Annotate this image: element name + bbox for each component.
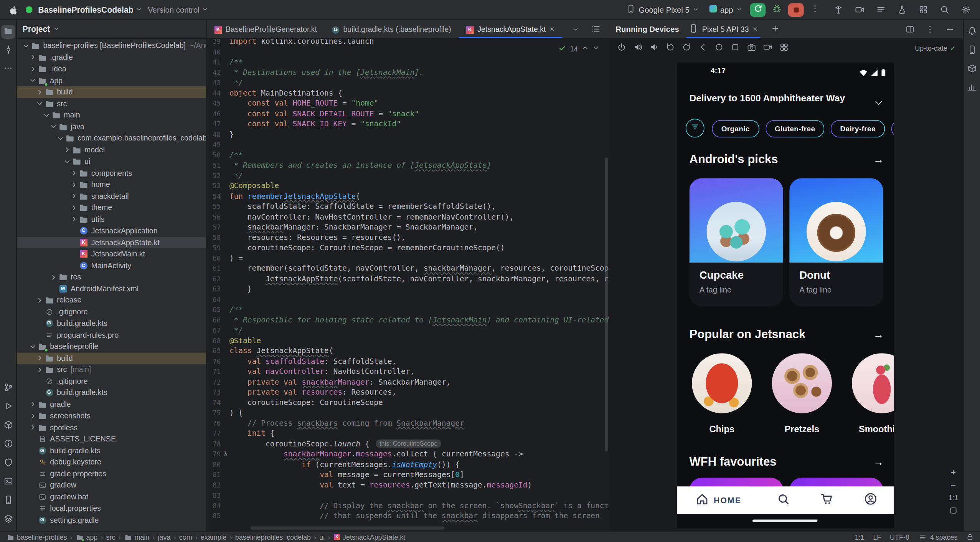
- delivery-address[interactable]: Delivery to 1600 Amphitheater Way: [690, 93, 845, 103]
- tree-item-settings-gradle[interactable]: Gsettings.gradle: [17, 514, 206, 526]
- popular-item-pretzels[interactable]: Pretzels: [772, 353, 832, 434]
- code-area[interactable]: 14 39import kotlinx.coroutines.launch404…: [207, 39, 609, 532]
- tree-item-java[interactable]: java: [17, 121, 206, 132]
- line-number[interactable]: 84: [207, 501, 222, 511]
- layers-tool-button[interactable]: [1, 513, 15, 527]
- info-tool-button[interactable]: [1, 438, 15, 451]
- breadcrumb-item-com[interactable]: com: [179, 533, 192, 541]
- line-number[interactable]: 68: [207, 335, 222, 346]
- lines-icon[interactable]: [874, 3, 888, 17]
- filter-chip-partial[interactable]: [891, 120, 894, 138]
- line-number[interactable]: 60: [207, 253, 222, 263]
- line-number[interactable]: 81: [207, 469, 222, 480]
- snack-card-donut[interactable]: DonutA tag line: [789, 178, 883, 306]
- tree-item-theme[interactable]: theme: [17, 202, 206, 213]
- chevron-right-icon[interactable]: [49, 274, 58, 281]
- tree-item-proguard-rules-pro[interactable]: proguard-rules.pro: [17, 329, 206, 341]
- tree-item--gradle[interactable]: .gradle: [17, 51, 206, 63]
- tree-item-components[interactable]: components: [17, 167, 206, 179]
- line-number[interactable]: 58: [207, 232, 222, 243]
- list-icon[interactable]: [589, 22, 603, 36]
- breadcrumb-item-src[interactable]: src: [106, 533, 115, 541]
- tree-item-src[interactable]: src[main]: [17, 364, 206, 375]
- line-number[interactable]: 43: [207, 78, 222, 88]
- next-problem-icon[interactable]: [592, 45, 599, 55]
- editor-tab-build-gradle-kts-baselinepro[interactable]: Gbuild.gradle.kts (:baselineprofile): [325, 20, 459, 38]
- chevron-right-icon[interactable]: [36, 355, 44, 362]
- panelr-icon[interactable]: [903, 22, 917, 36]
- caret-position[interactable]: 1:1: [855, 533, 865, 541]
- line-number[interactable]: 41: [207, 57, 222, 67]
- filter-chip-gluten-free[interactable]: Gluten-free: [766, 120, 825, 138]
- fit-to-window-button[interactable]: [949, 506, 958, 517]
- voldown-tool-button[interactable]: [647, 41, 661, 55]
- popular-item-smoothies[interactable]: Smoothies: [852, 353, 894, 434]
- chevron-right-icon[interactable]: [70, 216, 78, 223]
- previous-problem-icon[interactable]: [582, 45, 589, 55]
- stop-button[interactable]: [788, 3, 804, 17]
- line-number[interactable]: 55: [207, 201, 222, 212]
- chevron-right-icon[interactable]: [29, 401, 37, 408]
- line-number[interactable]: 45: [207, 98, 222, 109]
- search-icon[interactable]: [937, 3, 951, 17]
- tree-item-screenshots[interactable]: screenshots: [17, 410, 206, 422]
- line-number[interactable]: 50: [207, 150, 222, 160]
- nav-search-item[interactable]: [776, 493, 790, 507]
- line-number[interactable]: 53: [207, 181, 222, 191]
- runplay-tool-button[interactable]: [1, 400, 15, 414]
- more-actions-button[interactable]: [808, 3, 822, 17]
- back-tool-button[interactable]: [696, 41, 709, 55]
- tree-item--gitignore[interactable]: .gitignore: [17, 306, 206, 317]
- line-number[interactable]: 79: [207, 449, 222, 459]
- horizontal-scrollbar[interactable]: [251, 526, 444, 529]
- line-number[interactable]: 69: [207, 346, 222, 356]
- line-number[interactable]: 62: [207, 274, 222, 284]
- more-v-icon[interactable]: [923, 22, 937, 36]
- line-number[interactable]: 73: [207, 387, 222, 397]
- bell-tool-button[interactable]: [965, 25, 979, 39]
- line-number[interactable]: 78: [207, 439, 222, 449]
- tree-item-jetsnackapplication[interactable]: CJetsnackApplication: [17, 225, 206, 236]
- volup-tool-button[interactable]: [630, 41, 644, 55]
- chevron-right-icon[interactable]: [29, 413, 37, 420]
- tree-item-gradle[interactable]: gradle: [17, 398, 206, 410]
- filters-button[interactable]: [686, 119, 704, 137]
- popular-item-chips[interactable]: Chips: [692, 353, 752, 434]
- breadcrumb-item-baseline-profiles[interactable]: baseline-profiles: [6, 533, 67, 542]
- snack-card-cupcake[interactable]: CupcakeA tag line: [690, 178, 783, 306]
- nav-home-item[interactable]: HOME: [696, 486, 741, 514]
- breadcrumb-item-main[interactable]: main: [124, 533, 150, 542]
- project-panel-header[interactable]: Project: [17, 20, 206, 39]
- line-number[interactable]: 65: [207, 304, 222, 315]
- line-number[interactable]: 85: [207, 511, 222, 521]
- tree-item-jetsnackappstate-kt[interactable]: KJetsnackAppState.kt: [17, 237, 206, 248]
- device-tab[interactable]: Pixel 5 API 33: [686, 20, 761, 38]
- line-number[interactable]: 52: [207, 170, 222, 181]
- tree-item-ui[interactable]: ui: [17, 156, 206, 167]
- line-number[interactable]: 59: [207, 243, 222, 253]
- line-number[interactable]: 66: [207, 315, 222, 325]
- project-tool-button[interactable]: [1, 25, 15, 39]
- line-number[interactable]: 49: [207, 139, 222, 150]
- tree-item-home[interactable]: home: [17, 179, 206, 190]
- tree-item--gitignore[interactable]: .gitignore: [17, 375, 206, 387]
- chevron-down-icon[interactable]: [49, 123, 58, 130]
- device-tool-button[interactable]: [965, 44, 979, 58]
- tree-item-com-example-baselineprofiles-cod[interactable]: com.example.baselineprofiles_codelab: [17, 132, 206, 144]
- apple-menu-icon[interactable]: [6, 3, 20, 17]
- box-tool-button[interactable]: [965, 63, 979, 76]
- line-number[interactable]: 40: [207, 46, 222, 57]
- chevron-down-icon[interactable]: [36, 100, 44, 107]
- tree-item-gradle-properties[interactable]: gradle.properties: [17, 468, 206, 479]
- tree-item-local-properties[interactable]: local.properties: [17, 503, 206, 514]
- close-icon[interactable]: [752, 25, 758, 33]
- gear-icon[interactable]: [959, 3, 973, 17]
- tree-item-spotless[interactable]: spotless: [17, 422, 206, 433]
- line-number[interactable]: 56: [207, 212, 222, 222]
- overview-tool-button[interactable]: [728, 41, 742, 55]
- chevron-right-icon[interactable]: [29, 54, 37, 61]
- readonly-lock-icon[interactable]: [966, 533, 974, 541]
- add-device-tab-button[interactable]: [768, 22, 782, 36]
- chevron-right-icon[interactable]: [63, 147, 71, 154]
- nav-profile-item[interactable]: [864, 493, 878, 507]
